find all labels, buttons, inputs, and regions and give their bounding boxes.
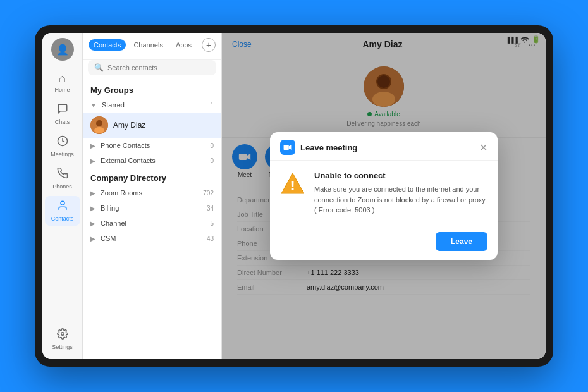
sidebar-item-settings[interactable]: Settings xyxy=(45,324,80,354)
starred-count: 1 xyxy=(210,102,214,109)
zoom-logo-icon xyxy=(280,140,295,155)
modal-body: ! Unable to connect Make sure you are co… xyxy=(270,161,498,226)
external-contacts-row[interactable]: ▶ External Contacts 0 xyxy=(83,153,221,168)
svg-rect-11 xyxy=(284,145,289,150)
channel-count: 5 xyxy=(210,220,214,227)
modal-header: Leave meeting ✕ xyxy=(270,132,498,161)
home-label: Home xyxy=(54,87,70,93)
meetings-icon xyxy=(57,135,68,150)
tab-bar: Contacts Channels Apps + xyxy=(88,38,216,52)
billing-label: Billing xyxy=(101,204,119,212)
tab-contacts[interactable]: Contacts xyxy=(89,39,126,51)
warning-icon: ! xyxy=(280,171,305,196)
modal-footer: Leave xyxy=(270,226,498,260)
csm-row[interactable]: ▶ CSM 43 xyxy=(83,231,221,246)
error-title: Unable to connect xyxy=(314,171,487,180)
contacts-label: Contacts xyxy=(51,216,74,222)
chats-label: Chats xyxy=(55,119,70,125)
modal-close-button[interactable]: ✕ xyxy=(479,142,487,154)
search-box: 🔍 xyxy=(88,60,216,75)
csm-count: 43 xyxy=(207,235,214,242)
meetings-label: Meetings xyxy=(51,151,74,157)
billing-chevron: ▶ xyxy=(90,205,95,212)
modal-title-row: Leave meeting xyxy=(280,140,357,155)
chats-icon xyxy=(57,103,68,118)
main-content: ▐▐▐ 🔋 Close Amy Diaz ☆ ··· xyxy=(222,33,546,359)
sidebar-item-chats[interactable]: Chats xyxy=(45,99,80,129)
company-directory-header: Company Directory xyxy=(83,168,221,185)
phone-contacts-chevron: ▶ xyxy=(90,142,95,149)
amy-diaz-name: Amy Diaz xyxy=(113,121,145,130)
external-contacts-chevron: ▶ xyxy=(90,157,95,164)
modal-title: Leave meeting xyxy=(300,143,357,152)
csm-label: CSM xyxy=(101,235,116,242)
tab-channels[interactable]: Channels xyxy=(128,39,168,51)
starred-label: Starred xyxy=(102,101,125,109)
contacts-list: My Groups ▼ Starred 1 xyxy=(83,80,221,359)
nav-sidebar: 👤 ⌂ Home Chats Meetings xyxy=(42,33,83,359)
external-contacts-count: 0 xyxy=(210,157,214,164)
billing-row[interactable]: ▶ Billing 34 xyxy=(83,200,221,216)
zoom-rooms-chevron: ▶ xyxy=(90,190,95,197)
modal-content: Unable to connect Make sure you are conn… xyxy=(314,171,487,216)
zoom-rooms-label: Zoom Rooms xyxy=(101,189,142,197)
starred-row[interactable]: ▼ Starred 1 xyxy=(83,97,221,113)
sidebar-item-meetings[interactable]: Meetings xyxy=(45,132,80,161)
add-contact-button[interactable]: + xyxy=(202,38,216,52)
phone-contacts-count: 0 xyxy=(210,142,214,149)
zoom-rooms-row[interactable]: ▶ Zoom Rooms 702 xyxy=(83,185,221,200)
channel-row[interactable]: ▶ Channel 5 xyxy=(83,216,221,231)
search-input[interactable] xyxy=(107,64,210,71)
phones-icon xyxy=(57,168,68,182)
leave-meeting-dialog: Leave meeting ✕ ! Unable to connect xyxy=(270,132,498,260)
sidebar-item-contacts[interactable]: Contacts xyxy=(45,196,80,226)
svg-point-4 xyxy=(96,120,102,126)
sidebar-item-home[interactable]: ⌂ Home xyxy=(45,68,80,97)
contacts-panel: Contacts Channels Apps + 🔍 My Groups xyxy=(83,33,222,359)
my-groups-header: My Groups xyxy=(83,80,221,97)
amy-diaz-avatar xyxy=(90,116,108,134)
user-avatar[interactable]: 👤 xyxy=(51,38,74,61)
billing-count: 34 xyxy=(207,205,214,212)
settings-label: Settings xyxy=(52,344,73,350)
contacts-icon xyxy=(57,200,68,214)
settings-icon xyxy=(57,328,68,343)
csm-chevron: ▶ xyxy=(90,235,95,242)
tablet-screen: 👤 ⌂ Home Chats Meetings xyxy=(42,33,546,359)
sidebar-item-phones[interactable]: Phones xyxy=(45,164,80,193)
channel-chevron: ▶ xyxy=(90,220,95,227)
svg-point-1 xyxy=(61,201,64,205)
channel-label: Channel xyxy=(101,219,126,227)
starred-chevron: ▼ xyxy=(90,102,97,109)
svg-point-2 xyxy=(61,333,64,336)
tablet-frame: 👤 ⌂ Home Chats Meetings xyxy=(35,25,553,367)
home-icon: ⌂ xyxy=(59,72,66,85)
svg-text:!: ! xyxy=(291,178,295,192)
tab-apps[interactable]: Apps xyxy=(171,39,197,51)
phone-contacts-row[interactable]: ▶ Phone Contacts 0 xyxy=(83,138,221,153)
modal-overlay[interactable]: Leave meeting ✕ ! Unable to connect xyxy=(222,33,546,359)
svg-point-5 xyxy=(94,127,104,133)
external-contacts-label: External Contacts xyxy=(101,157,156,164)
leave-button[interactable]: Leave xyxy=(436,232,487,251)
search-icon: 🔍 xyxy=(94,63,104,72)
contact-amy-diaz[interactable]: Amy Diaz xyxy=(83,113,221,138)
phones-label: Phones xyxy=(52,183,72,190)
zoom-rooms-count: 702 xyxy=(203,190,214,197)
error-text: Make sure you are connected to the inter… xyxy=(314,184,487,216)
contacts-header: Contacts Channels Apps + xyxy=(83,33,221,60)
phone-contacts-label: Phone Contacts xyxy=(101,142,150,149)
